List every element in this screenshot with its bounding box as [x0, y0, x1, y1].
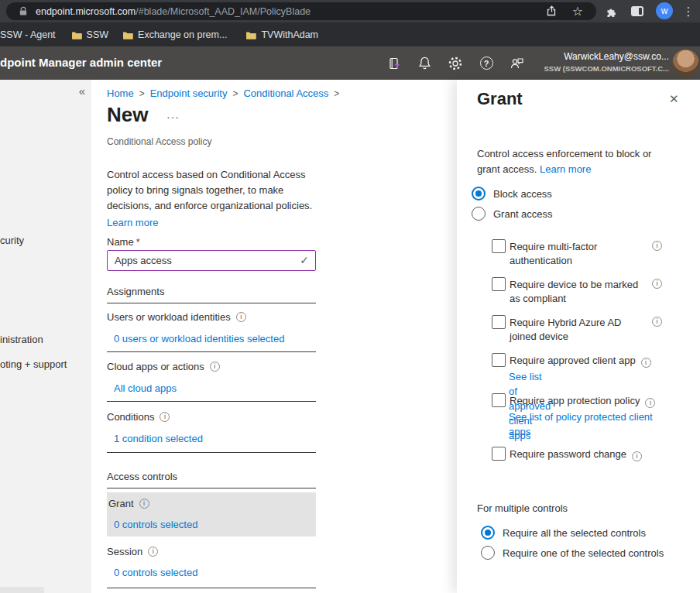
info-icon[interactable]: i [210, 362, 220, 372]
info-icon[interactable]: i [632, 451, 642, 461]
bookmark-folder[interactable]: TVWithAdam [245, 29, 318, 40]
divider [107, 303, 316, 303]
help-icon[interactable]: ? [471, 46, 502, 80]
checkbox-icon[interactable] [492, 447, 506, 461]
name-field-wrap: ✓ [107, 250, 316, 271]
folder-icon [245, 30, 256, 39]
account-info[interactable]: WarwickLeahy@ssw.co... SSW (SSWCOM.ONMIC… [544, 50, 670, 74]
divider [107, 401, 316, 402]
settings-icon[interactable] [440, 46, 471, 80]
info-icon[interactable]: i [641, 358, 651, 368]
bookmark-label: TVWithAdam [261, 29, 318, 40]
cloud-apps-link[interactable]: All cloud apps [114, 382, 177, 394]
radio-icon [481, 526, 495, 540]
info-icon[interactable]: i [645, 398, 655, 408]
info-icon[interactable]: i [139, 499, 149, 509]
radio-label: Grant access [493, 208, 553, 220]
name-label: Name* [107, 236, 140, 248]
bookmark-star-icon[interactable]: ☆ [566, 0, 589, 22]
divider [107, 588, 316, 588]
info-icon[interactable]: i [160, 412, 170, 422]
name-input[interactable] [107, 250, 316, 271]
grant-controls-link[interactable]: 0 controls selected [114, 519, 197, 530]
address-bar[interactable]: endpoint.microsoft.com/#blade/Microsoft_… [6, 2, 596, 20]
assignments-header: Assignments [107, 286, 164, 297]
page-subtitle: Conditional Access policy [107, 136, 211, 147]
form-description: Control access based on Conditional Acce… [107, 167, 321, 231]
breadcrumb-conditional-access[interactable]: Conditional Access [243, 87, 328, 99]
protected-apps-list-link[interactable]: See list of policy protected client apps [509, 410, 664, 439]
checkbox-icon[interactable] [492, 393, 506, 407]
side-panel-icon[interactable] [626, 0, 649, 22]
checkbox-icon[interactable] [492, 315, 506, 329]
info-icon[interactable]: i [236, 312, 246, 322]
radio-label: Block access [493, 188, 552, 200]
conditions-label: Conditionsi [107, 411, 170, 423]
sidebar-collapse-icon[interactable]: « [79, 84, 85, 98]
conditions-link[interactable]: 1 condition selected [114, 433, 203, 444]
bookmark-folder[interactable]: SSW [71, 29, 108, 40]
learn-more-link[interactable]: Learn more [540, 163, 591, 175]
sidebar-bottom-strip [0, 587, 44, 593]
divider [107, 488, 316, 488]
url-path: /#blade/Microsoft_AAD_IAM/PolicyBlade [136, 6, 311, 17]
grant-label: Granti [108, 498, 149, 509]
folder-icon [71, 30, 82, 39]
bookmark-folder[interactable]: Exchange on prem... [122, 29, 227, 40]
radio-icon [472, 187, 486, 201]
browser-profile-avatar[interactable]: w [656, 2, 673, 19]
breadcrumb-home[interactable]: Home [107, 87, 134, 99]
radio-block-access[interactable]: Block access [472, 187, 552, 201]
users-selected-link[interactable]: 0 users or workload identities selected [114, 333, 284, 344]
grant-section-selected[interactable]: Granti 0 controls selected [107, 492, 316, 536]
session-label: Sessioni [107, 546, 158, 557]
breadcrumb-separator: > [139, 88, 145, 99]
admin-header: dpoint Manager admin center ? WarwickLea… [0, 46, 700, 80]
screen: endpoint.microsoft.com/#blade/Microsoft_… [0, 0, 700, 593]
grant-panel: Grant ✕ Control access enforcement to bl… [457, 80, 700, 593]
breadcrumb: Home>Endpoint security>Conditional Acces… [107, 87, 345, 99]
sidebar: « curity inistration oting + support [0, 80, 91, 593]
checkbox-icon[interactable] [492, 353, 506, 367]
divider [107, 452, 316, 453]
info-icon[interactable]: i [652, 317, 662, 327]
panel-title: Grant [477, 89, 523, 109]
session-controls-link[interactable]: 0 controls selected [114, 567, 197, 578]
sidebar-item-endpoint-security[interactable]: curity [0, 235, 24, 246]
radio-grant-access[interactable]: Grant access [472, 207, 553, 221]
radio-label: Require all the selected controls [503, 527, 646, 539]
close-icon[interactable]: ✕ [669, 92, 679, 106]
info-icon[interactable]: i [148, 547, 158, 557]
info-icon[interactable]: i [652, 279, 662, 289]
page-menu-icon[interactable]: ··· [166, 111, 180, 123]
sidebar-item-tenant-administration[interactable]: inistration [0, 334, 43, 345]
lock-icon[interactable] [19, 6, 28, 16]
browser-menu-icon[interactable]: ⋮ [677, 0, 700, 22]
bookmarks-bar: SSW - Agent SSW Exchange on prem... TVWi… [0, 22, 700, 46]
url-host: endpoint.microsoft.com [36, 6, 136, 17]
user-avatar[interactable] [672, 50, 699, 77]
share-icon[interactable] [540, 0, 563, 22]
browser-toolbar: endpoint.microsoft.com/#blade/Microsoft_… [0, 0, 700, 22]
notifications-icon[interactable] [409, 46, 440, 80]
url-text[interactable]: endpoint.microsoft.com/#blade/Microsoft_… [36, 6, 311, 17]
breadcrumb-separator: > [334, 88, 339, 99]
sidebar-item-troubleshooting-support[interactable]: oting + support [0, 358, 67, 370]
extensions-icon[interactable] [599, 0, 622, 22]
feedback-icon[interactable] [502, 46, 533, 80]
checkbox-icon[interactable] [492, 277, 506, 291]
folder-icon [122, 30, 133, 39]
directory-filter-icon[interactable] [379, 46, 410, 80]
bookmark-item[interactable]: SSW - Agent [0, 29, 56, 40]
radio-icon [472, 207, 486, 221]
breadcrumb-endpoint-security[interactable]: Endpoint security [150, 87, 228, 99]
info-icon[interactable]: i [652, 241, 662, 251]
breadcrumb-separator: > [232, 88, 238, 99]
bookmark-label: SSW [87, 29, 108, 40]
checkbox-icon[interactable] [492, 239, 506, 253]
learn-more-link[interactable]: Learn more [107, 215, 321, 231]
radio-require-one-control[interactable]: Require one of the selected controls [481, 546, 664, 560]
radio-icon [481, 546, 495, 560]
radio-require-all-controls[interactable]: Require all the selected controls [481, 526, 646, 540]
page-title: New [107, 103, 148, 127]
